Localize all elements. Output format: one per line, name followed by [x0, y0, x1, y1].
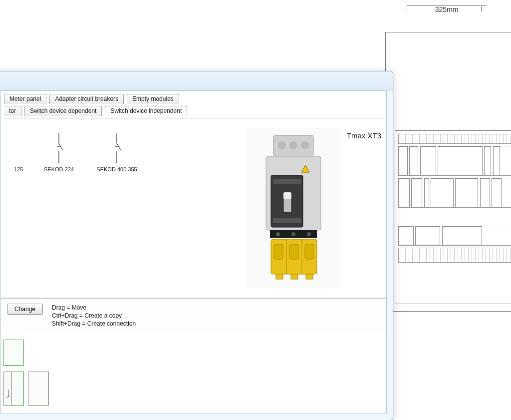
symbol-label: 125	[14, 166, 23, 172]
change-button[interactable]: Change	[7, 304, 43, 315]
component-outline[interactable]	[3, 372, 12, 406]
svg-rect-14	[273, 179, 301, 184]
tab-empty-modules[interactable]: Empty modules	[127, 94, 179, 104]
hint-bar: Change Drag = Move Ctrl+Drag = Create a …	[1, 298, 386, 333]
svg-rect-27	[289, 244, 298, 259]
device-preview-image	[256, 133, 331, 283]
switch-symbol-icon	[54, 133, 64, 163]
cad-enclosure-outline	[385, 32, 511, 312]
hint-line: Drag = Move	[52, 304, 136, 312]
dimension-label: 325mm	[433, 5, 461, 13]
svg-point-21	[291, 232, 295, 236]
catalog-window[interactable]: Meter panel Adapter circuit breakers Emp…	[0, 71, 393, 420]
tab-meter-panel[interactable]: Meter panel	[4, 94, 46, 104]
tab-switch-device-independent[interactable]: Switch device independent	[105, 106, 187, 116]
symbol-item[interactable]: SEKOD 400 355	[95, 133, 139, 172]
svg-point-10	[289, 141, 297, 149]
symbol-label: SEKOD 224	[44, 166, 74, 172]
svg-rect-31	[306, 274, 313, 279]
svg-point-20	[276, 232, 280, 236]
device-preview	[246, 128, 341, 288]
hint-line: Ctrl+Drag = Create a copy	[52, 312, 136, 320]
svg-rect-29	[276, 274, 283, 279]
svg-rect-26	[274, 244, 283, 259]
switch-symbol-icon	[112, 133, 122, 163]
symbol-label: SEKOD 400 355	[96, 166, 137, 172]
device-preview-title: Tmax XT3	[347, 131, 381, 140]
svg-line-5	[117, 143, 121, 150]
catalog-area: 125 SEKOD 224	[1, 118, 386, 298]
svg-point-22	[307, 232, 311, 236]
tab-partial-tor[interactable]: tor	[4, 106, 21, 116]
svg-line-1	[59, 143, 63, 150]
tab-adapter-circuit-breakers[interactable]: Adapter circuit breakers	[49, 94, 124, 104]
symbol-item[interactable]: SEKOD 224	[37, 133, 81, 172]
catalog-client-area: Meter panel Adapter circuit breakers Emp…	[0, 90, 387, 414]
svg-point-9	[278, 141, 286, 149]
tab-switch-device-dependent[interactable]: Switch device dependent	[24, 106, 102, 116]
component-outline[interactable]	[28, 372, 49, 406]
svg-rect-17	[283, 192, 291, 199]
hint-line: Shift+Drag = Create connection	[52, 320, 136, 328]
drag-hints: Drag = Move Ctrl+Drag = Create a copy Sh…	[52, 304, 136, 328]
svg-rect-30	[291, 274, 298, 279]
selection-rect[interactable]	[3, 340, 24, 366]
symbol-item[interactable]: 125	[6, 166, 23, 172]
switch-glyph-icon	[6, 392, 10, 396]
svg-rect-28	[305, 244, 314, 259]
svg-rect-15	[273, 218, 301, 223]
symbol-list: 125 SEKOD 224	[6, 128, 139, 172]
tab-strip: Meter panel Adapter circuit breakers Emp…	[1, 91, 386, 118]
svg-point-11	[301, 141, 309, 149]
